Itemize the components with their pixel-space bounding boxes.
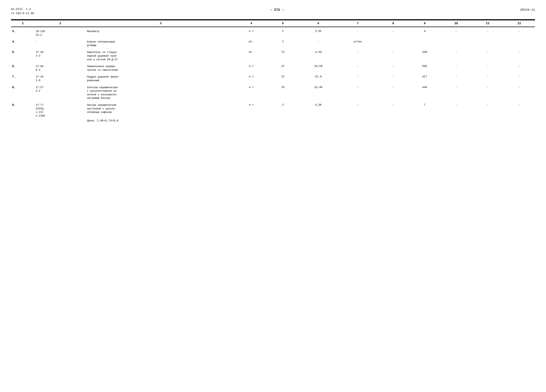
row-4-col-8: -: [377, 62, 409, 73]
row-1-col-8: -: [377, 27, 409, 38]
row-2-col-9: [409, 38, 441, 48]
row-3-col-9: 330: [409, 48, 441, 62]
row-4-col-5: 27: [267, 62, 299, 73]
row-5-col-5: II: [267, 73, 299, 83]
row-6-col-1: 8.: [11, 83, 35, 101]
row-7-col-9: 7: [409, 101, 441, 118]
row-4-col-10: -: [440, 62, 472, 73]
row-4-col-1: 6.: [11, 62, 35, 73]
row-7-col-7: -: [338, 101, 377, 118]
row-3-col-10: -: [440, 48, 472, 62]
col-header-12: I2: [503, 20, 535, 27]
row-1-col-1: 3.: [11, 27, 35, 38]
header-left: Ал.VIII. ч.2 тп 294-8-12.85: [11, 7, 34, 16]
col-header-2: 2: [35, 20, 86, 27]
column-header-row: I 2 3 4 5 6 7 8 9 IO II I2: [11, 20, 535, 27]
row-7-col-4: к-т: [235, 101, 267, 118]
row-1-col-10: -: [440, 27, 472, 38]
row-2-col-1: 4.: [11, 38, 35, 48]
table-row: 6.I7-896-4Умывальники керами-ческие со с…: [11, 62, 535, 73]
col-header-11: II: [472, 20, 503, 27]
row-6-col-2: I7-574-I: [35, 83, 86, 101]
price-note: Цена: I,06+5,74=6,8: [86, 118, 535, 122]
header-right: 20244-11: [520, 7, 535, 12]
row-3-col-8: -: [377, 48, 409, 62]
row-6-col-10: -: [440, 83, 472, 101]
price-note-row-7: Цена: I,06+5,74=6,8: [11, 118, 535, 122]
row-2-col-7: учтен: [338, 38, 377, 48]
row-4-col-6: I8,58: [299, 62, 338, 73]
row-5-col-4: к-т: [235, 73, 267, 83]
col-header-7: 7: [338, 20, 377, 27]
table-row: 8.I7-574-IУнитазы керамическиес цельноот…: [11, 83, 535, 101]
row-2-col-11: [472, 38, 503, 48]
row-5-col-7: -: [338, 73, 377, 83]
row-2-col-12: [503, 38, 535, 48]
table-row: 7.I7-34I-8Поддон душевой эмали-рованныйк…: [11, 73, 535, 83]
row-5-col-3: Поддон душевой эмали-рованный: [86, 73, 235, 83]
col-header-10: IO: [440, 20, 472, 27]
row-5-col-8: -: [377, 73, 409, 83]
row-3-col-4: шт.: [235, 48, 267, 62]
row-7-col-5: 2: [267, 101, 299, 118]
row-2-col-10: [440, 38, 472, 48]
row-2-col-3: Клапан поплавковыйД=50мм: [86, 38, 235, 48]
row-3-col-11: -: [472, 48, 503, 62]
row-4-col-4: к-т: [235, 62, 267, 73]
col-header-9: 9: [409, 20, 441, 27]
header-center: - I72 -: [270, 7, 284, 12]
row-7-col-2: I7-77ССРСЦч.IIIп.I389: [35, 101, 86, 118]
row-7-col-6: 3,36: [299, 101, 338, 118]
row-7-col-11: -: [472, 101, 503, 118]
table-row: 3.I8-226I5-2Манометрк-тI3,9I--4---: [11, 27, 535, 38]
table-row: 4.-Клапан поплавковыйД=50ммшт.I-учтен: [11, 38, 535, 48]
row-2-col-4: шт.: [235, 38, 267, 48]
row-1-col-2: I8-226I5-2: [35, 27, 86, 38]
col-header-1: I: [11, 20, 35, 27]
row-5-col-9: 4I7: [409, 73, 441, 83]
row-3-col-3: Смеситель со стацио-нарной душевой труб-…: [86, 48, 235, 62]
row-1-col-5: I: [267, 27, 299, 38]
row-6-col-5: I9: [267, 83, 299, 101]
page-header: Ал.VIII. ч.2 тп 294-8-12.85 - I72 - 2024…: [11, 7, 535, 16]
row-5-col-11: -: [472, 73, 503, 83]
row-5-col-2: I7-34I-8: [35, 73, 86, 83]
row-3-col-7: -: [338, 48, 377, 62]
row-3-col-2: I7-503-3: [35, 48, 86, 62]
row-4-col-11: -: [472, 62, 503, 73]
header-top-left-line1: Ал.VIII. ч.2: [11, 7, 34, 12]
row-6-col-4: к-т: [235, 83, 267, 101]
table-row: 5.I7-503-3Смеситель со стацио-нарной душ…: [11, 48, 535, 62]
row-1-col-7: -: [338, 27, 377, 38]
row-7-col-1: 9.: [11, 101, 35, 118]
col-header-6: 6: [299, 20, 338, 27]
row-3-col-6: 4,59: [299, 48, 338, 62]
row-4-col-7: -: [338, 62, 377, 73]
row-7-col-10: -: [440, 101, 472, 118]
row-6-col-12: -: [503, 83, 535, 101]
row-2-col-2: -: [35, 38, 86, 48]
col-header-8: 8: [377, 20, 409, 27]
row-2-col-8: [377, 38, 409, 48]
row-5-col-12: -: [503, 73, 535, 83]
row-1-col-6: 3,9I: [299, 27, 338, 38]
row-3-col-1: 5.: [11, 48, 35, 62]
row-5-col-1: 7.: [11, 73, 35, 83]
row-4-col-2: I7-896-4: [35, 62, 86, 73]
row-6-col-11: -: [472, 83, 503, 101]
main-table: I 2 3 4 5 6 7 8 9 IO II I2 3.I8-226I5-2М…: [11, 20, 535, 122]
row-6-col-9: 446: [409, 83, 441, 101]
row-3-col-12: -: [503, 48, 535, 62]
col-header-4: 4: [235, 20, 267, 27]
row-7-col-12: -: [503, 101, 535, 118]
row-1-col-12: -: [503, 27, 535, 38]
row-7-col-8: -: [377, 101, 409, 118]
row-5-col-6: 37,9: [299, 73, 338, 83]
row-2-col-6: -: [299, 38, 338, 48]
row-3-col-5: 72: [267, 48, 299, 62]
col-header-3: 3: [86, 20, 235, 27]
col-header-5: 5: [267, 20, 299, 27]
row-6-col-3: Унитазы керамическиес цельноотливной по-…: [86, 83, 235, 101]
row-1-col-3: Манометр: [86, 27, 235, 38]
row-6-col-6: 23,46: [299, 83, 338, 101]
